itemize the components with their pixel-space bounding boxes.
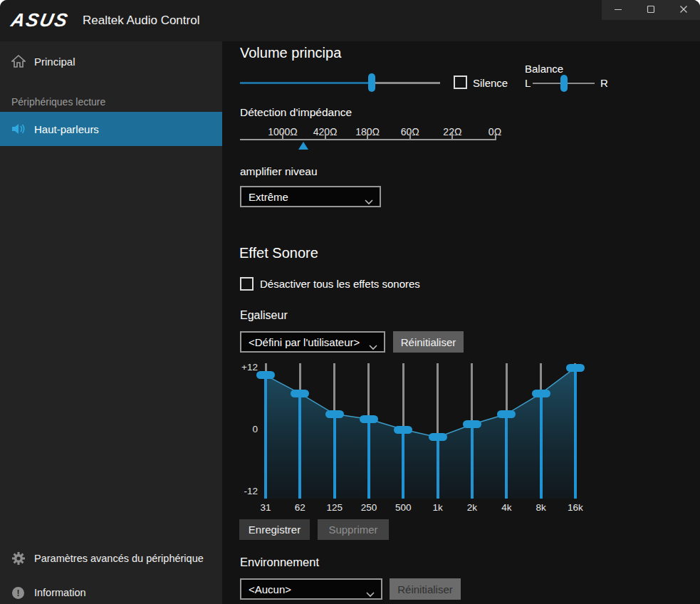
balance-left-label: L xyxy=(525,77,531,89)
volume-thumb[interactable] xyxy=(368,73,375,92)
main-content: Volume principa Silence Balance L R Déte… xyxy=(222,41,700,604)
svg-text:!: ! xyxy=(17,588,20,598)
sidebar-item-information[interactable]: ! Information xyxy=(0,580,222,604)
disable-effects-checkbox[interactable] xyxy=(240,277,254,291)
eq-band-thumb[interactable] xyxy=(463,420,481,428)
eq-x-label: 62 xyxy=(286,502,314,513)
eq-band-thumb[interactable] xyxy=(532,390,550,397)
eq-band-track-lower[interactable] xyxy=(505,414,508,499)
eq-band-thumb[interactable] xyxy=(256,371,275,379)
eq-band-track-upper[interactable] xyxy=(540,363,542,393)
minimize-button[interactable] xyxy=(602,0,634,20)
silence-label: Silence xyxy=(473,77,508,89)
eq-band-track-upper[interactable] xyxy=(506,363,508,414)
amplifier-dropdown[interactable]: Extrême xyxy=(240,186,381,207)
app-window: ASUS Realtek Audio Control xyxy=(0,0,700,604)
eq-band-track-upper[interactable] xyxy=(402,363,404,429)
eq-x-label: 8k xyxy=(527,502,555,513)
effects-heading: Effet Sonore xyxy=(239,245,318,261)
sidebar-item-advanced-settings[interactable]: Paramètres avancés du périphérique xyxy=(0,546,222,571)
eq-band-track-lower[interactable] xyxy=(437,437,439,499)
save-button[interactable]: Enregistrer xyxy=(239,519,310,540)
chevron-down-icon xyxy=(369,340,377,353)
eq-band-track-lower[interactable] xyxy=(264,375,267,499)
close-icon xyxy=(679,4,688,16)
equalizer-preset-dropdown[interactable]: <Défini par l'utilisateur> xyxy=(240,331,385,353)
eq-band-thumb[interactable] xyxy=(429,433,447,441)
eq-band-thumb[interactable] xyxy=(566,364,585,372)
environment-label: Environnement xyxy=(240,556,319,569)
asus-logo: ASUS xyxy=(9,9,71,31)
eq-band-track-lower[interactable] xyxy=(471,425,474,499)
eq-x-label: 31 xyxy=(251,502,280,513)
environment-reset-button[interactable]: Réinitialiser xyxy=(390,578,461,600)
close-button[interactable] xyxy=(667,0,700,20)
volume-fill xyxy=(240,82,372,84)
equalizer-label: Egaliseur xyxy=(240,309,288,322)
home-icon xyxy=(11,55,26,68)
eq-x-label: 500 xyxy=(389,502,417,513)
window-controls xyxy=(602,0,700,20)
impedance-tick xyxy=(409,132,411,139)
balance-thumb[interactable] xyxy=(560,75,568,92)
balance-label: Balance xyxy=(525,63,563,75)
eq-band-track-upper[interactable] xyxy=(367,363,370,420)
eq-x-label: 2k xyxy=(458,502,486,513)
eq-band-thumb[interactable] xyxy=(394,426,412,434)
maximize-icon xyxy=(647,4,655,16)
eq-x-label: 4k xyxy=(492,502,521,513)
volume-heading: Volume principa xyxy=(240,45,341,61)
impedance-tick xyxy=(495,132,496,139)
eq-y-label: +12 xyxy=(235,362,258,373)
eq-band-track-upper[interactable] xyxy=(333,363,335,414)
equalizer-preset-value: <Défini par l'utilisateur> xyxy=(249,336,360,348)
eq-band-track-lower[interactable] xyxy=(402,429,404,499)
environment-dropdown[interactable]: <Aucun> xyxy=(240,578,382,600)
impedance-tick xyxy=(282,132,283,139)
sidebar-section-label: Périphériques lecture xyxy=(11,96,105,108)
eq-band-track-upper[interactable] xyxy=(299,363,301,393)
silence-checkbox[interactable] xyxy=(454,76,467,89)
eq-band-track-lower[interactable] xyxy=(298,393,301,499)
eq-band-track-lower[interactable] xyxy=(540,393,543,499)
sidebar-item-label: Haut-parleurs xyxy=(34,123,99,135)
environment-dropdown-value: <Aucun> xyxy=(249,583,291,595)
equalizer-reset-button[interactable]: Réinitialiser xyxy=(393,331,464,353)
amplifier-label: amplifier niveau xyxy=(240,165,318,178)
eq-x-label: 16k xyxy=(561,502,590,513)
chevron-down-icon xyxy=(365,195,373,207)
maximize-button[interactable] xyxy=(634,0,667,20)
sidebar-item-label: Information xyxy=(34,587,86,598)
impedance-heading: Détection d'impédance xyxy=(240,106,352,119)
eq-band-track-upper[interactable] xyxy=(471,363,473,425)
app-title: Realtek Audio Control xyxy=(83,14,199,28)
sidebar: Principal Périphériques lecture Haut-par… xyxy=(0,41,222,604)
eq-band-track-lower[interactable] xyxy=(367,420,370,499)
sidebar-item-label: Paramètres avancés du périphérique xyxy=(34,553,204,564)
impedance-marker xyxy=(298,142,308,150)
amplifier-dropdown-value: Extrême xyxy=(249,191,288,203)
eq-band-track-lower[interactable] xyxy=(333,414,336,499)
titlebar: ASUS Realtek Audio Control xyxy=(0,0,700,41)
eq-y-label: -12 xyxy=(235,486,258,496)
disable-effects-label: Désactiver tous les effets sonores xyxy=(260,278,420,290)
eq-band-track-upper[interactable] xyxy=(437,363,439,437)
eq-band-thumb[interactable] xyxy=(360,415,378,423)
equalizer-graph: 31621252505001k2k4k8k16k+120-12 xyxy=(235,360,620,518)
info-icon: ! xyxy=(11,586,25,600)
impedance-line xyxy=(240,139,496,140)
speaker-icon xyxy=(11,123,27,135)
eq-band-track-lower[interactable] xyxy=(574,368,577,499)
sidebar-item-haut-parleurs[interactable]: Haut-parleurs xyxy=(0,112,222,146)
balance-right-label: R xyxy=(600,77,608,89)
eq-band-thumb[interactable] xyxy=(325,410,344,418)
eq-band-thumb[interactable] xyxy=(291,390,309,397)
impedance-tick xyxy=(367,132,368,139)
impedance-scale: 1000Ω420Ω180Ω60Ω22Ω0Ω xyxy=(240,121,498,154)
minimize-icon xyxy=(614,4,622,16)
eq-x-label: 1k xyxy=(424,502,452,513)
chevron-down-icon xyxy=(366,588,375,600)
eq-band-thumb[interactable] xyxy=(497,410,516,418)
sidebar-item-principal[interactable]: Principal xyxy=(0,48,222,74)
delete-button[interactable]: Supprimer xyxy=(318,519,389,540)
